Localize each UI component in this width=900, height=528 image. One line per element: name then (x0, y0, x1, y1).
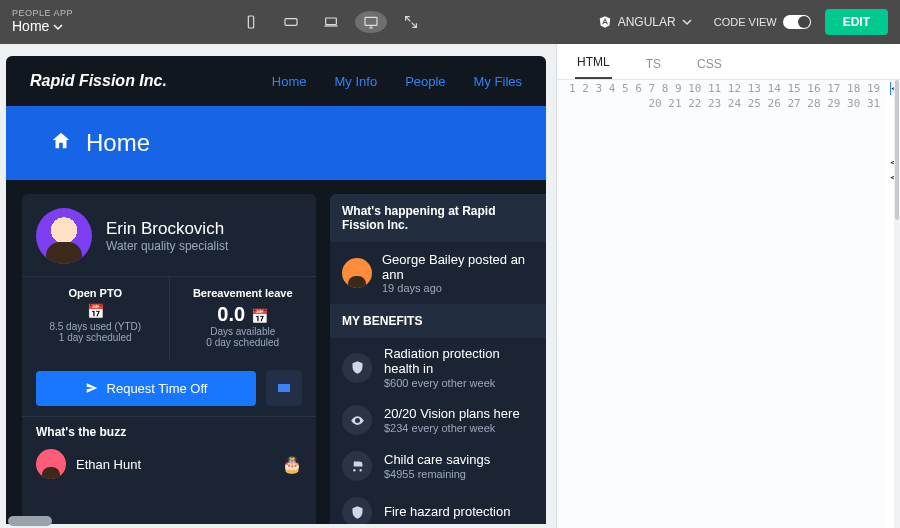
svg-rect-1 (285, 19, 297, 26)
svg-rect-0 (249, 16, 254, 28)
app-topbar: PEOPLE APP Home ANGULAR CODE VIEW EDIT (0, 0, 900, 44)
list-item[interactable]: 20/20 Vision plans here$234 every other … (330, 397, 546, 443)
profile-name: Erin Brockovich (106, 219, 228, 239)
toggle-switch-icon (783, 15, 811, 29)
profile-role: Water quality specialist (106, 239, 228, 253)
laptop-icon[interactable] (315, 11, 347, 33)
app-home-dropdown: Home (12, 19, 73, 34)
code-editor[interactable]: 1 2 3 4 5 6 7 8 9 10 11 12 13 14 15 16 1… (557, 80, 900, 528)
happening-title: What's happening at Rapid Fission Inc. (330, 194, 546, 242)
benefits-title: MY BENEFITS (330, 304, 546, 338)
preview-canvas: Rapid Fission Inc. Home My Info People M… (0, 44, 556, 528)
calendar-icon: 📅 (251, 308, 268, 324)
line-gutter: 1 2 3 4 5 6 7 8 9 10 11 12 13 14 15 16 1… (557, 80, 886, 528)
stat-open-pto: Open PTO 📅 8.5 days used (YTD) 1 day sch… (22, 277, 169, 360)
angular-icon (598, 15, 612, 29)
horizontal-scrollbar[interactable] (8, 516, 548, 526)
page-title: Home (86, 129, 150, 157)
code-tabs: HTML TS CSS (557, 44, 900, 80)
expand-icon[interactable] (395, 11, 427, 33)
request-time-off-button[interactable]: Request Time Off (36, 371, 256, 406)
code-view-toggle[interactable]: CODE VIEW (714, 15, 811, 29)
preview-nav: Rapid Fission Inc. Home My Info People M… (6, 56, 546, 106)
desktop-icon[interactable] (355, 11, 387, 33)
profile-card: Erin Brockovich Water quality specialist… (22, 194, 316, 524)
list-item[interactable]: Ethan Hunt 🎂 (22, 445, 316, 483)
shield-icon (342, 353, 372, 383)
tablet-landscape-icon[interactable] (275, 11, 307, 33)
mail-button[interactable] (266, 370, 302, 406)
edit-button[interactable]: EDIT (825, 9, 888, 35)
mail-icon (276, 380, 292, 396)
svg-rect-2 (326, 18, 337, 25)
app-identity[interactable]: PEOPLE APP Home (12, 9, 73, 34)
list-item[interactable]: Child care savings$4955 remaining (330, 443, 546, 489)
code-pane: HTML TS CSS 1 2 3 4 5 6 7 8 9 10 11 12 1… (556, 44, 900, 528)
nav-home[interactable]: Home (272, 74, 307, 89)
framework-dropdown[interactable]: ANGULAR (590, 11, 700, 33)
tab-ts[interactable]: TS (644, 49, 663, 79)
avatar (36, 208, 92, 264)
page-hero: Home (6, 106, 546, 180)
calendar-icon: 📅 (28, 303, 163, 319)
chevron-down-icon (682, 17, 692, 27)
tab-css[interactable]: CSS (695, 49, 724, 79)
list-item[interactable]: Radiation protection health in$600 every… (330, 338, 546, 397)
stat-bereavement: Bereavement leave 0.0 📅 Days available 0… (169, 277, 317, 360)
code-body[interactable]: <t-attr">class="t-tag">div t-attr">class… (886, 80, 894, 528)
avatar (36, 449, 66, 479)
list-item[interactable]: George Bailey posted an ann 19 days ago (330, 242, 546, 304)
home-icon (50, 130, 72, 157)
svg-rect-3 (365, 17, 377, 25)
buzz-title: What's the buzz (22, 416, 316, 445)
brand-title: Rapid Fission Inc. (30, 72, 167, 90)
nav-myfiles[interactable]: My Files (474, 74, 522, 89)
nav-myinfo[interactable]: My Info (335, 74, 378, 89)
stroller-icon (342, 451, 372, 481)
nav-people[interactable]: People (405, 74, 445, 89)
send-icon (85, 381, 99, 395)
workspace: Rapid Fission Inc. Home My Info People M… (0, 44, 900, 528)
phone-viewport-icon[interactable] (235, 11, 267, 33)
activity-card: What's happening at Rapid Fission Inc. G… (330, 194, 546, 524)
cake-icon: 🎂 (282, 455, 302, 474)
avatar (342, 258, 372, 288)
tab-html[interactable]: HTML (575, 47, 612, 79)
chevron-down-icon (53, 22, 63, 32)
vertical-scrollbar[interactable] (894, 80, 900, 528)
eye-icon (342, 405, 372, 435)
